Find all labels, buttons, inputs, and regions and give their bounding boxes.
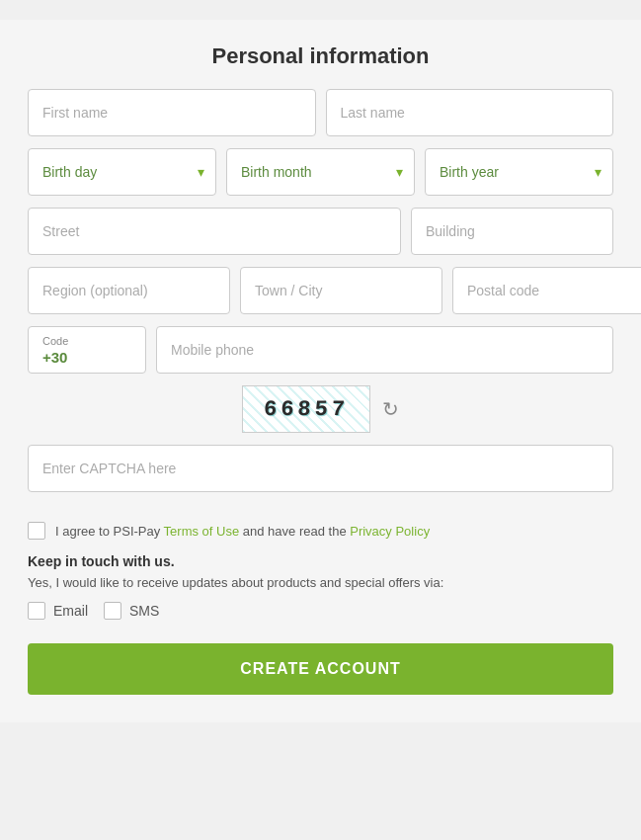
agree-row: I agree to PSI-Pay Terms of Use and have… bbox=[28, 522, 613, 540]
keep-in-touch-heading: Keep in touch with us. bbox=[28, 553, 613, 569]
refresh-captcha-icon[interactable]: ↻ bbox=[382, 397, 399, 421]
captcha-input-row bbox=[28, 445, 613, 492]
email-checkbox[interactable] bbox=[28, 602, 45, 620]
address-row-1 bbox=[28, 208, 613, 255]
captcha-text: 66857 bbox=[263, 397, 349, 422]
email-label: Email bbox=[53, 603, 88, 619]
region-input[interactable] bbox=[28, 267, 230, 314]
address-row-2 bbox=[28, 267, 613, 314]
captcha-row: 66857 ↻ bbox=[28, 385, 613, 433]
last-name-input[interactable] bbox=[326, 89, 614, 136]
updates-text: Yes, I would like to receive updates abo… bbox=[28, 575, 613, 590]
sms-label: SMS bbox=[129, 603, 159, 619]
postal-input[interactable] bbox=[452, 267, 641, 314]
sms-checkbox[interactable] bbox=[104, 602, 121, 620]
agree-checkbox[interactable] bbox=[28, 522, 45, 540]
name-row bbox=[28, 89, 613, 136]
birth-year-select[interactable]: Birth year201020092008200720062005200420… bbox=[425, 148, 613, 196]
privacy-link[interactable]: Privacy Policy bbox=[350, 524, 430, 539]
channel-row: Email SMS bbox=[28, 602, 613, 620]
mobile-input[interactable] bbox=[156, 326, 613, 374]
create-account-button[interactable]: CREATE ACCOUNT bbox=[28, 643, 613, 695]
phone-row: Code +30 bbox=[28, 326, 613, 374]
page-container: Personal information Birth day1234567891… bbox=[0, 20, 641, 722]
sms-channel: SMS bbox=[104, 602, 159, 620]
birth-month-wrapper: Birth monthJanuaryFebruaryMarchAprilMayJ… bbox=[226, 148, 415, 196]
street-input[interactable] bbox=[28, 208, 401, 255]
birth-row: Birth day1234567891011121314151617181920… bbox=[28, 148, 613, 196]
first-name-input[interactable] bbox=[28, 89, 316, 136]
code-label: Code bbox=[42, 335, 131, 347]
town-input[interactable] bbox=[240, 267, 442, 314]
birth-year-wrapper: Birth year201020092008200720062005200420… bbox=[425, 148, 613, 196]
terms-link[interactable]: Terms of Use bbox=[164, 524, 240, 539]
email-channel: Email bbox=[28, 602, 88, 620]
agree-text: I agree to PSI-Pay Terms of Use and have… bbox=[55, 524, 430, 539]
birth-day-wrapper: Birth day1234567891011121314151617181920… bbox=[28, 148, 216, 196]
country-code-box: Code +30 bbox=[28, 326, 146, 374]
birth-day-select[interactable]: Birth day1234567891011121314151617181920… bbox=[28, 148, 216, 196]
birth-month-select[interactable]: Birth monthJanuaryFebruaryMarchAprilMayJ… bbox=[226, 148, 415, 196]
building-input[interactable] bbox=[411, 208, 613, 255]
code-value: +30 bbox=[42, 349, 131, 366]
page-title: Personal information bbox=[28, 43, 613, 69]
captcha-image: 66857 bbox=[242, 385, 370, 433]
captcha-input[interactable] bbox=[28, 445, 613, 492]
